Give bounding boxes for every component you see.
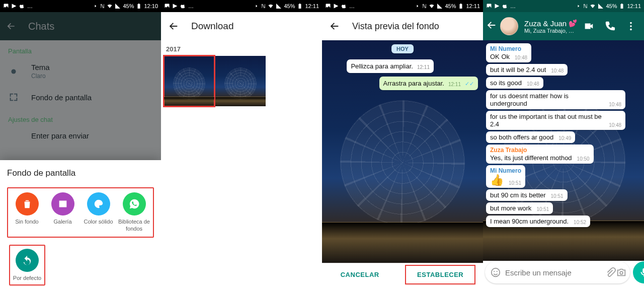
palette-icon xyxy=(93,198,104,209)
message-time: 10:48 xyxy=(609,102,621,107)
wallpaper-preview[interactable]: HOY Pellizca para ampliar. 12:11 Arrastr… xyxy=(322,40,483,263)
svg-point-8 xyxy=(492,268,500,277)
apple-icon xyxy=(180,3,186,9)
panel-1-settings: … ℕ 45% 12:10 Chats Pantalla Tema xyxy=(0,0,161,286)
message-text: but it will be 2.4 out xyxy=(490,66,546,74)
wifi-icon xyxy=(429,3,435,9)
wifi-icon xyxy=(107,3,113,9)
msg-time: 12:11 xyxy=(417,64,430,70)
hearts-icon: 💕 xyxy=(569,19,577,27)
message-bubble[interactable]: Mi Numero👍10:51 xyxy=(486,165,525,188)
message-time: 10:51 xyxy=(536,206,549,212)
status-bar: … ℕ 45% 12:10 xyxy=(0,0,161,12)
chat-title: Zuza & Juan xyxy=(524,19,567,28)
svg-point-10 xyxy=(497,271,498,272)
message-time: 10:48 xyxy=(527,81,539,87)
more-icon: … xyxy=(349,4,355,9)
play-icon xyxy=(494,3,500,9)
status-bar: … ℕ 45% 12:11 xyxy=(322,0,483,12)
preview-msg-out: Arrastra para ajustar. 12:11 ✓✓ xyxy=(379,77,478,90)
mute-icon xyxy=(575,3,581,9)
nfc-icon: ℕ xyxy=(422,4,427,9)
message-bubble[interactable]: I mean 90cm underground.10:52 xyxy=(486,216,590,227)
message-bubble[interactable]: Mi NumeroOK Ok10:48 xyxy=(486,43,531,62)
opt-no-background[interactable]: Sin fondo xyxy=(9,192,45,233)
chat-title-box[interactable]: Zuza & Juan 💕 Mi, Zuza Trabajo, Zuzzan..… xyxy=(524,19,577,34)
opt-label: Galería xyxy=(53,219,71,226)
mute-icon xyxy=(253,3,259,9)
camera-icon[interactable] xyxy=(616,267,627,278)
wifi-icon xyxy=(268,3,274,9)
message-text: so both offers ar good xyxy=(490,133,553,141)
panel-4-chat: … ℕ 45% 12:11 Zuza & Juan 💕 Mi, Zuza Tra… xyxy=(483,0,644,286)
attach-icon[interactable] xyxy=(605,267,616,278)
battery-icon xyxy=(458,3,464,9)
voice-call-button[interactable] xyxy=(601,21,619,32)
opt-wallpaper-library[interactable]: Biblioteca de fondos xyxy=(116,192,152,233)
battery-icon xyxy=(619,3,625,9)
play-icon xyxy=(11,3,17,9)
opt-gallery[interactable]: Galería xyxy=(45,192,80,233)
message-bubble[interactable]: but it will be 2.4 out10:48 xyxy=(486,64,568,76)
preview-msg-in: Pellizca para ampliar. 12:11 xyxy=(347,59,434,73)
thumbnail-2[interactable] xyxy=(215,56,266,106)
signal-icon xyxy=(115,3,121,9)
message-text: so its good xyxy=(490,79,522,87)
video-call-button[interactable] xyxy=(580,21,598,32)
opt-default[interactable]: Por defecto xyxy=(9,245,45,286)
message-time: 10:48 xyxy=(609,122,621,128)
avatar[interactable] xyxy=(500,17,518,35)
mute-icon xyxy=(414,3,420,9)
chat-body[interactable]: Mi NumeroOK Ok10:48but it will be 2.4 ou… xyxy=(483,40,644,261)
set-button[interactable]: ESTABLECER xyxy=(406,266,474,283)
battery-pct: 45% xyxy=(123,4,134,9)
opt-solid-color[interactable]: Color sólido xyxy=(80,192,116,233)
message-sender: Mi Numero xyxy=(490,45,527,52)
status-bar: … ℕ 45% 12:11 xyxy=(161,0,322,12)
svg-point-1 xyxy=(96,202,97,203)
back-arrow-icon[interactable] xyxy=(329,21,340,32)
message-text: for us the important is that out must be… xyxy=(490,113,604,128)
message-input[interactable] xyxy=(501,268,605,277)
svg-point-7 xyxy=(630,29,632,31)
message-bubble[interactable]: for us doesnt matter how is underground1… xyxy=(486,90,625,109)
trash-icon xyxy=(22,198,33,209)
opt-label: Por defecto xyxy=(13,275,41,282)
emoji-icon[interactable] xyxy=(490,267,501,278)
message-text: for us doesnt matter how is underground xyxy=(490,92,604,107)
cancel-button[interactable]: CANCELAR xyxy=(330,266,390,283)
message-text: but more work xyxy=(490,204,531,212)
panel-2-download: … ℕ 45% 12:11 Download 2017 xyxy=(161,0,322,286)
back-arrow-icon[interactable] xyxy=(168,21,179,32)
opt-label: Sin fondo xyxy=(15,219,38,226)
clock: 12:11 xyxy=(627,4,641,9)
clock: 12:11 xyxy=(305,4,319,9)
date-chip: HOY xyxy=(391,44,414,53)
mic-button[interactable] xyxy=(633,261,644,283)
appbar-download: Download xyxy=(161,12,322,40)
image-icon xyxy=(486,3,492,9)
back-button[interactable] xyxy=(486,20,497,33)
message-bubble[interactable]: but 90 cm its better10:51 xyxy=(486,189,568,201)
svg-point-11 xyxy=(620,271,623,274)
message-input-chip xyxy=(485,261,630,283)
message-bubble[interactable]: so both offers ar good10:49 xyxy=(486,131,575,143)
message-bubble[interactable]: for us the important is that out must be… xyxy=(486,111,625,130)
chat-subtitle: Mi, Zuza Trabajo, Zuzzan... xyxy=(524,28,577,34)
message-time: 10:48 xyxy=(515,55,527,60)
year-header: 2017 xyxy=(161,40,322,56)
msg-text: Arrastra para ajustar. xyxy=(383,80,444,87)
message-bubble[interactable]: but more work10:51 xyxy=(486,202,553,214)
message-time: 10:49 xyxy=(558,135,571,141)
message-time: 10:52 xyxy=(574,220,586,225)
composer xyxy=(485,261,642,284)
menu-button[interactable] xyxy=(622,21,640,32)
message-bubble[interactable]: Zuza TrabajoYes, its just different moth… xyxy=(486,145,594,164)
battery-icon xyxy=(136,3,142,9)
image-icon xyxy=(3,3,9,9)
signal-icon xyxy=(437,3,443,9)
wifi-icon xyxy=(590,3,596,9)
thumbnail-1[interactable] xyxy=(164,56,214,106)
clock: 12:11 xyxy=(466,4,480,9)
message-bubble[interactable]: so its good10:48 xyxy=(486,77,543,89)
